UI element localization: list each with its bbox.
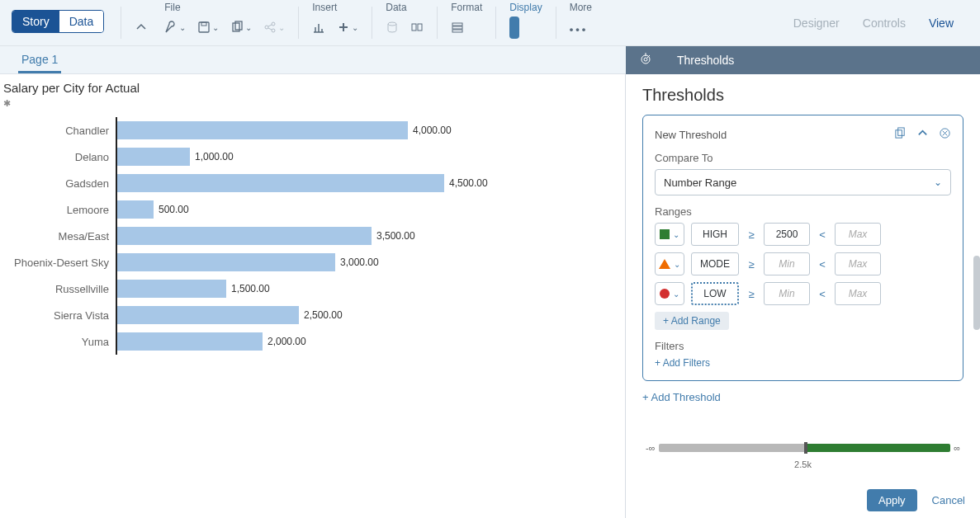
gte-operator: ≥ [746,228,757,241]
range-color-picker[interactable]: ⌄ [655,282,684,305]
lt-operator: < [817,228,828,241]
bar[interactable] [117,174,444,192]
range-color-picker[interactable]: ⌄ [655,223,684,246]
svg-point-14 [644,58,647,61]
bar[interactable] [117,148,190,166]
threshold-preview-slider: -∞ ∞ 2.5k [626,431,980,481]
copy-icon[interactable]: ⌄ [230,21,252,34]
pos-infinity-label: ∞ [950,443,963,453]
share-icon[interactable]: ⌄ [263,21,285,34]
chart-row: Mesa/East3,500.00 [0,223,625,249]
value-label: 2,500.00 [299,309,343,321]
ribbon-group-more: More ••• [561,0,600,45]
chart-settings-icon[interactable]: ✱ [0,98,625,109]
cancel-button[interactable]: Cancel [932,494,965,506]
ribbon-label-more: More [570,0,592,13]
value-label: 4,500.00 [444,177,488,189]
range-min-input[interactable]: Min [764,252,810,275]
collapse-icon[interactable] [916,127,929,142]
save-icon[interactable]: ⌄ [197,21,219,34]
range-name-input[interactable]: MODE [691,252,739,275]
add-threshold-button[interactable]: + Add Threshold [642,391,963,403]
ribbon-group-insert: Insert ⌄ [304,0,367,45]
scrollbar[interactable] [973,256,980,330]
link-dimension-icon[interactable] [410,21,424,34]
compare-to-value: Number Range [664,177,736,189]
chart-row: Russellville1,500.00 [0,275,625,302]
apply-button[interactable]: Apply [867,489,917,511]
mode-story-button[interactable]: Story [12,11,59,32]
threshold-panel: Thresholds Thresholds New Threshold Comp… [625,74,980,518]
threshold-card: New Threshold Compare To Number Range ⌄ … [642,115,963,381]
range-min-input[interactable]: 2500 [764,223,810,246]
svg-rect-10 [452,23,462,26]
value-label: 500.00 [154,204,189,215]
panel-title: Thresholds [642,86,963,105]
range-row: ⌄LOW≥Min<Max [655,282,951,305]
bar[interactable] [117,200,154,219]
value-label: 4,000.00 [408,125,452,136]
ribbon-group-collapse [126,0,156,45]
ribbon-label-data: Data [386,0,424,13]
y-axis-label: Gadsden [0,177,116,190]
duplicate-icon[interactable] [894,127,907,142]
range-row: ⌄MODE≥Min<Max [655,252,951,275]
panel-header: Thresholds [626,46,980,74]
range-name-input[interactable]: LOW [691,282,739,305]
wrench-icon[interactable]: ⌄ [164,21,186,34]
svg-rect-9 [418,24,422,31]
bar[interactable] [117,121,408,139]
bar[interactable] [117,306,299,324]
range-max-input[interactable]: Max [835,223,881,246]
mode-data-button[interactable]: Data [59,11,104,32]
cond-format-icon[interactable] [451,21,464,34]
ribbon-group-data: Data [377,0,432,45]
y-axis-label: Russellville [0,283,116,295]
target-icon [639,53,652,68]
threshold-name: New Threshold [655,129,884,141]
chart-icon[interactable] [312,21,325,34]
datasource-icon[interactable] [386,21,399,34]
range-max-input[interactable]: Max [835,282,881,305]
add-icon[interactable]: ⌄ [337,21,358,34]
range-max-input[interactable]: Max [835,252,881,275]
gte-operator: ≥ [746,258,757,271]
range-name-input[interactable]: HIGH [691,223,739,246]
ribbon-label-format: Format [451,0,482,13]
chart-row: Sierra Vista2,500.00 [0,302,625,328]
bar[interactable] [117,253,335,271]
range-color-picker[interactable]: ⌄ [655,252,684,275]
close-icon[interactable] [939,127,951,142]
chevron-down-icon: ⌄ [934,177,942,188]
svg-point-7 [388,22,396,26]
y-axis-label: Chandler [0,125,116,137]
svg-rect-12 [452,30,462,32]
range-min-input[interactable]: Min [764,282,810,305]
chevron-up-icon[interactable] [135,21,148,34]
add-range-button[interactable]: + Add Range [655,312,729,330]
controls-link[interactable]: Controls [863,16,906,30]
bar[interactable] [117,332,263,351]
add-filters-button[interactable]: + Add Filters [655,357,951,369]
page-tab-1[interactable]: Page 1 [18,48,61,73]
compare-to-select[interactable]: Number Range ⌄ [655,169,951,195]
slider-handle[interactable] [804,442,807,454]
ribbon-label-file: File [164,0,285,13]
svg-point-4 [265,26,268,29]
svg-rect-16 [898,128,905,135]
lt-operator: < [817,288,828,300]
comment-icon[interactable] [509,16,519,39]
y-axis-label: Sierra Vista [0,309,116,322]
svg-rect-15 [896,130,902,138]
svg-rect-8 [412,24,416,31]
designer-link[interactable]: Designer [793,16,840,30]
more-icon[interactable]: ••• [570,20,589,35]
bar-chart: Chandler4,000.00Delano1,000.00Gadsden4,5… [0,117,625,355]
bar[interactable] [117,280,226,298]
chart-title: Salary per City for Actual [0,74,625,98]
bar[interactable] [117,227,372,245]
svg-point-5 [272,22,275,26]
ribbon-group-format: Format [443,0,490,45]
value-label: 3,000.00 [335,257,379,268]
view-link[interactable]: View [929,16,954,30]
